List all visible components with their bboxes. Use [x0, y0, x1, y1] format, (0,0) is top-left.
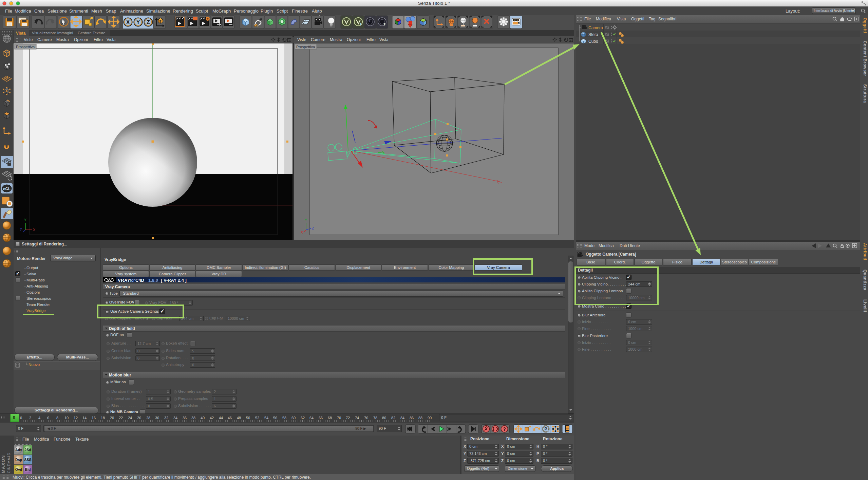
svg-text:54: 54 [264, 416, 268, 420]
svg-text:50: 50 [246, 416, 250, 420]
svg-text:82: 82 [391, 416, 395, 420]
svg-text:Prospettiva: Prospettiva [296, 45, 315, 49]
svg-text:58: 58 [282, 416, 286, 420]
svg-text:26: 26 [137, 416, 141, 420]
svg-text:X: X [301, 230, 303, 234]
svg-text:28: 28 [146, 416, 150, 420]
svg-text:56: 56 [273, 416, 277, 420]
svg-text:16: 16 [92, 416, 96, 420]
svg-text:T: T [360, 22, 362, 26]
svg-text:86: 86 [410, 416, 414, 420]
svg-text:48: 48 [237, 416, 241, 420]
svg-text:68: 68 [328, 416, 332, 420]
svg-text:52: 52 [255, 416, 259, 420]
svg-text:Z: Z [20, 228, 22, 232]
svg-text:20: 20 [110, 416, 114, 420]
svg-text:6: 6 [47, 416, 49, 420]
svg-text:40: 40 [201, 416, 205, 420]
svg-text:10: 10 [64, 416, 69, 420]
svg-text:42: 42 [210, 416, 214, 420]
svg-text:Y: Y [24, 218, 27, 222]
svg-text:T: T [383, 22, 385, 26]
svg-text:4: 4 [38, 416, 40, 420]
svg-text:32: 32 [164, 416, 168, 420]
svg-text:80: 80 [382, 416, 386, 420]
svg-text:36: 36 [183, 416, 187, 420]
svg-text:P: P [544, 427, 547, 431]
svg-text:24: 24 [128, 416, 132, 420]
svg-text:64: 64 [309, 416, 314, 420]
svg-text:30: 30 [155, 416, 159, 420]
svg-text:?: ? [503, 426, 506, 432]
svg-text:34: 34 [173, 416, 177, 420]
svg-text:X: X [33, 228, 36, 232]
svg-text:14: 14 [82, 416, 87, 420]
svg-text:66: 66 [319, 416, 323, 420]
svg-text:78: 78 [373, 416, 377, 420]
svg-text:76: 76 [364, 416, 368, 420]
svg-text:22: 22 [119, 416, 123, 420]
svg-text:eGL: eGL [3, 187, 11, 191]
svg-text:X: X [126, 19, 130, 25]
svg-text:90: 90 [428, 416, 432, 420]
svg-text:62: 62 [301, 416, 305, 420]
svg-text:74: 74 [355, 416, 359, 420]
svg-text:18: 18 [101, 416, 105, 420]
svg-text:88: 88 [418, 416, 422, 420]
svg-text:84: 84 [400, 416, 404, 420]
svg-text:Prospettiva: Prospettiva [16, 45, 35, 49]
svg-text:38: 38 [191, 416, 195, 420]
svg-text:12: 12 [74, 416, 78, 420]
svg-text:60: 60 [291, 416, 296, 420]
svg-text:Y: Y [305, 218, 307, 222]
svg-text:8: 8 [56, 416, 58, 420]
svg-text:Z: Z [147, 19, 150, 25]
svg-text:0: 0 [20, 416, 22, 420]
svg-text:+: + [257, 24, 259, 28]
svg-text:44: 44 [219, 416, 223, 420]
svg-text:Y: Y [136, 19, 140, 25]
svg-text:46: 46 [228, 416, 232, 420]
svg-text:70: 70 [337, 416, 341, 420]
svg-text:2: 2 [29, 416, 31, 420]
svg-text:Z: Z [312, 226, 314, 230]
svg-text:72: 72 [346, 416, 350, 420]
